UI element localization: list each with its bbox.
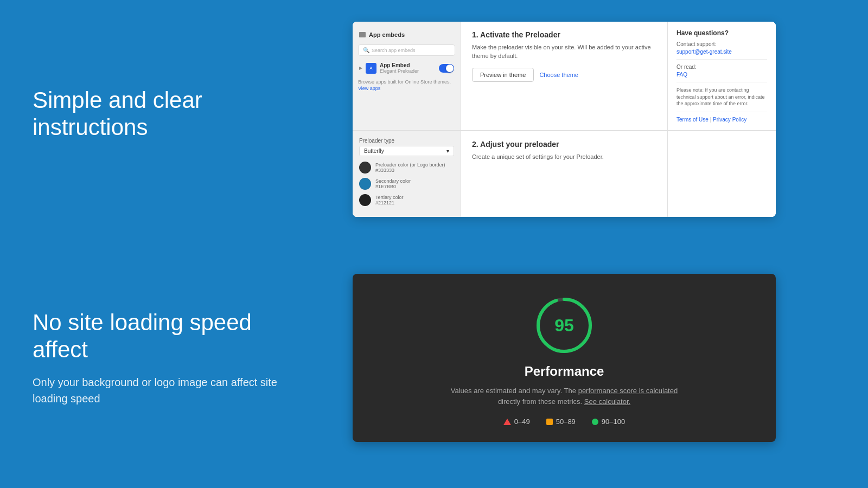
- primary-color-hex: #333333: [375, 168, 445, 173]
- see-calculator-link[interactable]: See calculator.: [584, 397, 630, 406]
- legend-good: 90–100: [592, 418, 625, 426]
- secondary-color-swatch[interactable]: [359, 178, 371, 190]
- legend-row: 0–49 50–89 90–100: [503, 418, 625, 426]
- browse-text: Browse apps built for Online Store theme…: [358, 79, 451, 85]
- step1-desc: Make the preloader visible on your site.…: [472, 43, 656, 60]
- primary-color-info: Preloader color (or Logo border) #333333: [375, 162, 445, 173]
- terms-link[interactable]: Terms of Use: [676, 117, 709, 123]
- tertiary-color-hex: #212121: [375, 200, 404, 206]
- grid-icon: [359, 32, 366, 37]
- preloader-type-row[interactable]: Butterfly ▾: [359, 146, 454, 156]
- choose-theme-button[interactable]: Choose theme: [539, 72, 578, 78]
- performance-title: Performance: [525, 364, 604, 379]
- secondary-color-hex: #1E7BB0: [375, 184, 411, 189]
- bottom-right-panel: 95 Performance Values are estimated and …: [293, 274, 835, 442]
- privacy-link[interactable]: Privacy Policy: [713, 117, 746, 123]
- arrow-icon: ▶: [359, 66, 362, 70]
- faq-link[interactable]: FAQ: [676, 72, 687, 78]
- legend-bad-range: 0–49: [514, 418, 530, 426]
- app-embed-row: ▶ A App Embed Elegant Preloader: [353, 59, 461, 77]
- search-placeholder: Search app embeds: [372, 48, 416, 53]
- step2-title: 2. Adjust your preloader: [472, 140, 656, 149]
- tertiary-color-label: Tertiary color: [375, 195, 404, 200]
- primary-color-swatch[interactable]: [359, 162, 371, 174]
- preloader-settings-panel: Preloader type Butterfly ▾ Preloader col…: [353, 131, 461, 217]
- contact-label: Contact support:: [676, 41, 767, 47]
- perf-score-link[interactable]: performance score is calculated: [578, 387, 678, 395]
- tertiary-color-row: Tertiary color #212121: [359, 194, 454, 206]
- performance-description: Values are estimated and may vary. The p…: [451, 386, 678, 407]
- legend-medium-range: 50–89: [556, 418, 576, 426]
- search-icon: 🔍: [363, 47, 369, 53]
- preview-theme-button[interactable]: Preview in theme: [472, 68, 534, 82]
- sidebar-bottom: Browse apps built for Online Store theme…: [353, 77, 461, 94]
- bottom-body: Only your background or logo image can a…: [33, 374, 293, 407]
- circle-icon: [592, 419, 598, 425]
- card-bottom-row: Preloader type Butterfly ▾ Preloader col…: [353, 131, 776, 217]
- step2-desc: Create a unique set of settings for your…: [472, 153, 656, 161]
- step1-btn-row: Preview in theme Choose theme: [472, 68, 656, 82]
- score-circle: 95: [534, 296, 594, 355]
- secondary-color-row: Secondary color #1E7BB0: [359, 178, 454, 190]
- top-right-panel: App embeds 🔍 Search app embeds ▶ A App E…: [293, 22, 835, 217]
- ui-card-top: App embeds 🔍 Search app embeds ▶ A App E…: [353, 22, 776, 217]
- app-embeds-label: App embeds: [369, 31, 405, 38]
- sidebar-panel: App embeds 🔍 Search app embeds ▶ A App E…: [353, 22, 461, 130]
- secondary-color-label: Secondary color: [375, 178, 411, 184]
- desc-line2: directly from these metrics.: [498, 397, 582, 406]
- triangle-icon: [503, 419, 511, 425]
- toggle-switch[interactable]: [439, 64, 454, 73]
- or-read-label: Or read:: [676, 64, 767, 70]
- app-icon: A: [366, 63, 376, 74]
- legend-bad: 0–49: [503, 418, 530, 426]
- step1-panel: 1. Activate the Preloader Make the prelo…: [461, 22, 667, 130]
- legend-good-range: 90–100: [602, 418, 625, 426]
- secondary-color-info: Secondary color #1E7BB0: [375, 178, 411, 189]
- top-heading: Simple and clear instructions: [33, 87, 293, 142]
- legal-links: Terms of Use | Privacy Policy: [676, 117, 767, 123]
- square-icon: [546, 419, 553, 425]
- bottom-heading: No site loading speed affect: [33, 309, 293, 364]
- support-email-link[interactable]: support@get-great.site: [676, 49, 732, 55]
- tertiary-color-swatch[interactable]: [359, 194, 371, 206]
- view-apps-link[interactable]: View apps: [358, 86, 380, 91]
- legend-medium: 50–89: [546, 418, 576, 426]
- step1-title: 1. Activate the Preloader: [472, 30, 656, 39]
- chevron-icon: ▾: [446, 148, 449, 154]
- tertiary-color-info: Tertiary color #212121: [375, 195, 404, 206]
- card-top-row: App embeds 🔍 Search app embeds ▶ A App E…: [353, 22, 776, 131]
- notice-text: Please note: If you are contacting techn…: [676, 87, 767, 107]
- preloader-type-value: Butterfly: [364, 148, 384, 154]
- preloader-type-label: Preloader type: [359, 138, 454, 144]
- app-embed-sub: Elegant Preloader: [380, 68, 419, 74]
- performance-card: 95 Performance Values are estimated and …: [353, 274, 776, 442]
- desc-line1: Values are estimated and may vary. The: [451, 387, 576, 395]
- step2-right-space: [667, 131, 776, 217]
- app-embed-name: App Embed: [380, 62, 419, 68]
- search-bar[interactable]: 🔍 Search app embeds: [358, 44, 455, 56]
- primary-color-label: Preloader color (or Logo border): [375, 162, 445, 168]
- score-number: 95: [554, 316, 574, 336]
- step2-panel: 2. Adjust your preloader Create a unique…: [461, 131, 667, 217]
- right-info-panel: Have questions? Contact support: support…: [667, 22, 776, 130]
- primary-color-row: Preloader color (or Logo border) #333333: [359, 162, 454, 174]
- bottom-left-text: No site loading speed affect Only your b…: [33, 309, 293, 407]
- app-embeds-header: App embeds: [353, 28, 461, 41]
- app-embed-info: App Embed Elegant Preloader: [380, 62, 419, 74]
- have-questions-title: Have questions?: [676, 29, 767, 37]
- top-left-text: Simple and clear instructions: [33, 87, 293, 152]
